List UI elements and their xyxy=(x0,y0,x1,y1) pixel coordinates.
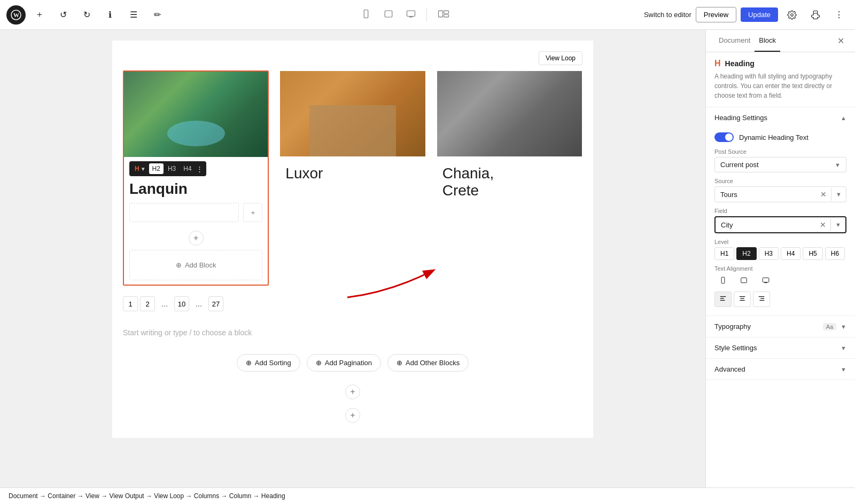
info-button[interactable]: ℹ xyxy=(100,5,120,25)
level-h4-btn[interactable]: H4 xyxy=(781,247,800,260)
source-value: Tours xyxy=(715,187,816,202)
level-h2-btn[interactable]: H2 xyxy=(736,247,756,260)
more-options-btn[interactable]: ⋮ xyxy=(196,165,203,173)
style-settings-section: Style Settings xyxy=(706,337,855,359)
mobile-align-btn[interactable] xyxy=(714,274,732,288)
page-1-btn[interactable]: 1 xyxy=(123,296,138,311)
right-panel: Document Block ✕ H Heading A heading wit… xyxy=(705,30,855,487)
view-controls xyxy=(171,6,640,23)
svg-rect-9 xyxy=(444,11,449,13)
bottom-plus-1[interactable]: + xyxy=(123,380,582,404)
card-title-lanquin: Lanquin xyxy=(129,178,262,200)
dynamic-heading-label: Dynamic Heading Text xyxy=(739,133,809,141)
source-clear-btn[interactable]: ✕ xyxy=(816,187,831,202)
more-menu-button[interactable]: ⋮ xyxy=(829,5,849,25)
post-card-lanquin[interactable]: ⚙ ⠿ H ▼ H2 H3 H4 xyxy=(123,70,269,286)
svg-point-11 xyxy=(791,13,794,16)
update-button[interactable]: Update xyxy=(741,7,778,22)
document-tab[interactable]: Document xyxy=(714,30,755,52)
panel-close-button[interactable]: ✕ xyxy=(835,34,846,48)
add-block-inline-btn[interactable]: + xyxy=(243,203,262,222)
style-settings-header[interactable]: Style Settings xyxy=(706,337,855,358)
add-block-label: Add Block xyxy=(185,261,216,269)
preview-button[interactable]: Preview xyxy=(696,7,736,22)
device-icons-row xyxy=(714,274,846,288)
h3-level-btn[interactable]: H3 xyxy=(165,163,179,174)
heading-type-button[interactable]: H ▼ xyxy=(133,164,148,174)
field-select[interactable]: City ✕ ▼ xyxy=(714,216,846,233)
card-title-luxor: Luxor xyxy=(285,161,419,186)
redo-button[interactable]: ↻ xyxy=(77,5,96,25)
h-icon: H xyxy=(135,165,139,172)
page-27-btn[interactable]: 27 xyxy=(208,296,223,311)
add-below-btn[interactable]: + xyxy=(129,226,262,250)
add-pagination-button[interactable]: ⊕ Add Pagination xyxy=(307,354,381,372)
bottom-plus-circle-2[interactable]: + xyxy=(345,408,360,423)
level-h6-btn[interactable]: H6 xyxy=(825,247,845,260)
add-sorting-label: Add Sorting xyxy=(255,359,291,367)
ellipsis-2: … xyxy=(191,296,206,311)
add-block-toolbar-button[interactable]: ＋ xyxy=(30,5,49,25)
add-block-area[interactable]: ⊕ Add Block xyxy=(129,250,262,280)
add-other-blocks-label: Add Other Blocks xyxy=(406,359,460,367)
typography-title: Typography xyxy=(714,322,751,330)
pagination: 1 2 … 10 … 27 xyxy=(123,296,582,311)
field-clear-btn[interactable]: ✕ xyxy=(815,217,830,232)
edit-button[interactable]: ✏ xyxy=(147,5,167,25)
block-tab[interactable]: Block xyxy=(755,30,780,52)
bottom-plus-2[interactable]: + xyxy=(123,404,582,427)
dropdown-arrow: ▼ xyxy=(141,166,146,172)
page-10-btn[interactable]: 10 xyxy=(174,296,189,311)
add-other-blocks-button[interactable]: ⊕ Add Other Blocks xyxy=(387,354,469,372)
heading-settings-header[interactable]: Heading Settings xyxy=(706,107,855,128)
settings-button[interactable] xyxy=(782,5,802,25)
block-info: H Heading A heading with full styling an… xyxy=(706,52,855,107)
svg-rect-10 xyxy=(444,14,449,17)
switch-to-editor-link[interactable]: Switch to editor xyxy=(644,11,691,19)
add-block-plus-icon: ⊕ xyxy=(176,261,182,269)
desktop-align-btn[interactable] xyxy=(756,274,775,288)
post-source-select[interactable]: Current post ▼ xyxy=(714,157,846,172)
card-content: H ▼ H2 H3 H4 ⋮ Lanquin + xyxy=(124,157,268,285)
structure-view-btn[interactable] xyxy=(433,6,454,23)
mobile-view-btn[interactable] xyxy=(357,6,375,23)
editor-canvas: View Loop ⚙ ⠿ H ▼ xyxy=(112,41,593,438)
tablet-align-btn[interactable] xyxy=(735,274,753,288)
h2-level-btn[interactable]: H2 xyxy=(149,163,164,174)
advanced-section: Advanced xyxy=(706,359,855,380)
typography-chevron xyxy=(841,324,846,330)
h4-level-btn[interactable]: H4 xyxy=(180,163,195,174)
level-h3-btn[interactable]: H3 xyxy=(759,247,779,260)
svg-rect-2 xyxy=(364,10,368,18)
bottom-plus-circle-1[interactable]: + xyxy=(345,384,360,399)
write-area[interactable]: Start writing or type / to choose a bloc… xyxy=(123,320,582,345)
post-card-luxor[interactable]: Luxor xyxy=(279,70,425,286)
level-label: Level xyxy=(714,239,846,245)
add-sorting-button[interactable]: ⊕ Add Sorting xyxy=(237,354,300,372)
level-h1-btn[interactable]: H1 xyxy=(714,247,734,260)
undo-button[interactable]: ↺ xyxy=(53,5,73,25)
heading-settings-title: Heading Settings xyxy=(714,114,767,122)
heading-settings-section: Heading Settings Dynamic Heading Text Po… xyxy=(706,107,855,316)
advanced-header[interactable]: Advanced xyxy=(706,359,855,380)
align-right-btn[interactable] xyxy=(753,292,770,307)
align-left-btn[interactable] xyxy=(714,292,732,307)
luxor-image xyxy=(280,71,425,156)
typography-header[interactable]: Typography Aa xyxy=(706,316,855,337)
page-2-btn[interactable]: 2 xyxy=(140,296,155,311)
post-card-chania[interactable]: Chania, Crete xyxy=(437,70,582,286)
breadcrumb: Document → Container → View → View Outpu… xyxy=(9,492,285,500)
plus-circle-icon[interactable]: + xyxy=(189,231,204,246)
field-arrow: ▼ xyxy=(830,218,845,231)
tablet-view-btn[interactable] xyxy=(379,6,398,23)
view-loop-button[interactable]: View Loop xyxy=(539,51,582,65)
plugins-button[interactable] xyxy=(806,5,825,25)
wp-logo[interactable]: W xyxy=(6,5,26,25)
level-h5-btn[interactable]: H5 xyxy=(803,247,822,260)
dynamic-heading-toggle[interactable] xyxy=(714,132,734,142)
desktop-view-btn[interactable] xyxy=(402,6,420,23)
source-select[interactable]: Tours ✕ ▼ xyxy=(714,186,846,202)
list-view-button[interactable]: ☰ xyxy=(124,5,143,25)
align-center-btn[interactable] xyxy=(734,292,751,307)
svg-rect-14 xyxy=(721,277,725,284)
